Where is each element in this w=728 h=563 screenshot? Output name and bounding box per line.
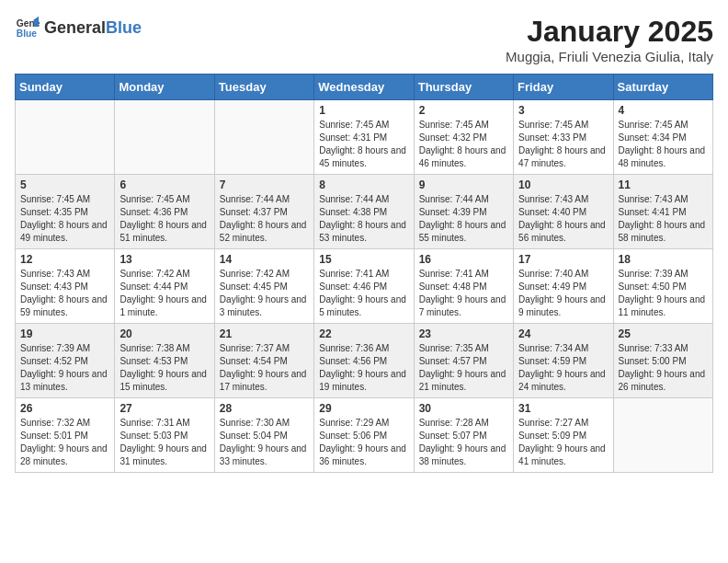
day-info: Sunrise: 7:44 AM Sunset: 4:37 PM Dayligh… (220, 193, 309, 245)
day-info: Sunrise: 7:27 AM Sunset: 5:09 PM Dayligh… (518, 417, 608, 468)
day-cell: 25Sunrise: 7:33 AM Sunset: 5:00 PM Dayli… (613, 324, 712, 398)
day-info: Sunrise: 7:33 AM Sunset: 5:00 PM Dayligh… (619, 342, 708, 394)
day-cell: 24Sunrise: 7:34 AM Sunset: 4:59 PM Dayli… (514, 324, 613, 398)
day-number: 10 (518, 178, 608, 191)
day-cell (214, 100, 313, 175)
day-info: Sunrise: 7:45 AM Sunset: 4:32 PM Dayligh… (419, 119, 508, 170)
day-cell: 4Sunrise: 7:45 AM Sunset: 4:34 PM Daylig… (613, 100, 712, 175)
day-info: Sunrise: 7:43 AM Sunset: 4:43 PM Dayligh… (20, 268, 109, 319)
day-number: 4 (619, 104, 708, 117)
day-number: 2 (419, 104, 508, 117)
day-cell: 23Sunrise: 7:35 AM Sunset: 4:57 PM Dayli… (414, 324, 513, 398)
day-cell: 8Sunrise: 7:44 AM Sunset: 4:38 PM Daylig… (314, 175, 414, 249)
header: General Blue GeneralBlue January 2025 Mu… (15, 15, 713, 64)
day-cell: 9Sunrise: 7:44 AM Sunset: 4:39 PM Daylig… (414, 175, 513, 249)
day-cell (16, 100, 115, 175)
day-cell: 20Sunrise: 7:38 AM Sunset: 4:53 PM Dayli… (115, 324, 214, 398)
weekday-header-wednesday: Wednesday (314, 75, 414, 100)
day-number: 3 (518, 104, 608, 117)
day-info: Sunrise: 7:38 AM Sunset: 4:53 PM Dayligh… (119, 342, 209, 394)
day-number: 6 (119, 178, 209, 191)
day-cell (115, 100, 214, 175)
day-info: Sunrise: 7:43 AM Sunset: 4:40 PM Dayligh… (518, 193, 608, 245)
weekday-header-tuesday: Tuesday (214, 75, 313, 100)
weekday-header-friday: Friday (514, 75, 613, 100)
day-info: Sunrise: 7:45 AM Sunset: 4:31 PM Dayligh… (319, 119, 408, 170)
day-info: Sunrise: 7:45 AM Sunset: 4:36 PM Dayligh… (119, 193, 209, 245)
day-info: Sunrise: 7:32 AM Sunset: 5:01 PM Dayligh… (20, 417, 109, 468)
day-number: 8 (319, 178, 408, 191)
day-number: 1 (319, 104, 408, 117)
weekday-header-saturday: Saturday (613, 75, 712, 100)
logo: General Blue GeneralBlue (15, 15, 142, 40)
day-cell: 18Sunrise: 7:39 AM Sunset: 4:50 PM Dayli… (613, 249, 712, 324)
day-number: 29 (319, 402, 408, 415)
day-cell: 16Sunrise: 7:41 AM Sunset: 4:48 PM Dayli… (414, 249, 513, 324)
day-number: 11 (619, 178, 708, 191)
day-info: Sunrise: 7:45 AM Sunset: 4:35 PM Dayligh… (20, 193, 109, 245)
day-cell: 29Sunrise: 7:29 AM Sunset: 5:06 PM Dayli… (314, 398, 414, 473)
day-info: Sunrise: 7:30 AM Sunset: 5:04 PM Dayligh… (220, 417, 309, 468)
day-cell: 12Sunrise: 7:43 AM Sunset: 4:43 PM Dayli… (16, 249, 115, 324)
day-info: Sunrise: 7:44 AM Sunset: 4:38 PM Dayligh… (319, 193, 408, 245)
subtitle: Muggia, Friuli Venezia Giulia, Italy (506, 49, 713, 64)
weekday-header-monday: Monday (115, 75, 214, 100)
day-info: Sunrise: 7:28 AM Sunset: 5:07 PM Dayligh… (419, 417, 508, 468)
day-number: 27 (119, 402, 209, 415)
day-cell: 27Sunrise: 7:31 AM Sunset: 5:03 PM Dayli… (115, 398, 214, 473)
week-row-5: 26Sunrise: 7:32 AM Sunset: 5:01 PM Dayli… (16, 398, 713, 473)
day-info: Sunrise: 7:35 AM Sunset: 4:57 PM Dayligh… (419, 342, 508, 394)
day-number: 22 (319, 327, 408, 340)
day-number: 23 (419, 327, 508, 340)
day-cell: 14Sunrise: 7:42 AM Sunset: 4:45 PM Dayli… (214, 249, 313, 324)
day-cell: 31Sunrise: 7:27 AM Sunset: 5:09 PM Dayli… (514, 398, 613, 473)
week-row-2: 5Sunrise: 7:45 AM Sunset: 4:35 PM Daylig… (16, 175, 713, 249)
day-number: 15 (319, 253, 408, 266)
day-info: Sunrise: 7:39 AM Sunset: 4:52 PM Dayligh… (20, 342, 109, 394)
day-cell: 2Sunrise: 7:45 AM Sunset: 4:32 PM Daylig… (414, 100, 513, 175)
day-number: 28 (220, 402, 309, 415)
day-number: 9 (419, 178, 508, 191)
day-cell: 17Sunrise: 7:40 AM Sunset: 4:49 PM Dayli… (514, 249, 613, 324)
logo-general-text: GeneralBlue (44, 18, 142, 38)
day-cell: 22Sunrise: 7:36 AM Sunset: 4:56 PM Dayli… (314, 324, 414, 398)
day-number: 20 (119, 327, 209, 340)
day-info: Sunrise: 7:44 AM Sunset: 4:39 PM Dayligh… (419, 193, 508, 245)
day-cell: 10Sunrise: 7:43 AM Sunset: 4:40 PM Dayli… (514, 175, 613, 249)
day-number: 30 (419, 402, 508, 415)
day-cell: 5Sunrise: 7:45 AM Sunset: 4:35 PM Daylig… (16, 175, 115, 249)
day-number: 31 (518, 402, 608, 415)
title-area: January 2025 Muggia, Friuli Venezia Giul… (506, 15, 713, 64)
week-row-3: 12Sunrise: 7:43 AM Sunset: 4:43 PM Dayli… (16, 249, 713, 324)
calendar: SundayMondayTuesdayWednesdayThursdayFrid… (15, 74, 713, 473)
day-number: 7 (220, 178, 309, 191)
day-info: Sunrise: 7:29 AM Sunset: 5:06 PM Dayligh… (319, 417, 408, 468)
day-number: 24 (518, 327, 608, 340)
day-cell: 19Sunrise: 7:39 AM Sunset: 4:52 PM Dayli… (16, 324, 115, 398)
day-number: 19 (20, 327, 109, 340)
day-info: Sunrise: 7:45 AM Sunset: 4:34 PM Dayligh… (619, 119, 708, 170)
day-cell: 7Sunrise: 7:44 AM Sunset: 4:37 PM Daylig… (214, 175, 313, 249)
day-cell: 28Sunrise: 7:30 AM Sunset: 5:04 PM Dayli… (214, 398, 313, 473)
day-info: Sunrise: 7:36 AM Sunset: 4:56 PM Dayligh… (319, 342, 408, 394)
day-cell: 30Sunrise: 7:28 AM Sunset: 5:07 PM Dayli… (414, 398, 513, 473)
logo-icon: General Blue (15, 15, 40, 40)
svg-text:Blue: Blue (17, 29, 38, 39)
day-info: Sunrise: 7:37 AM Sunset: 4:54 PM Dayligh… (220, 342, 309, 394)
day-cell: 6Sunrise: 7:45 AM Sunset: 4:36 PM Daylig… (115, 175, 214, 249)
day-cell (613, 398, 712, 473)
day-cell: 11Sunrise: 7:43 AM Sunset: 4:41 PM Dayli… (613, 175, 712, 249)
day-info: Sunrise: 7:41 AM Sunset: 4:46 PM Dayligh… (319, 268, 408, 319)
day-number: 25 (619, 327, 708, 340)
day-info: Sunrise: 7:45 AM Sunset: 4:33 PM Dayligh… (518, 119, 608, 170)
day-info: Sunrise: 7:31 AM Sunset: 5:03 PM Dayligh… (119, 417, 209, 468)
week-row-1: 1Sunrise: 7:45 AM Sunset: 4:31 PM Daylig… (16, 100, 713, 175)
day-info: Sunrise: 7:42 AM Sunset: 4:45 PM Dayligh… (220, 268, 309, 319)
day-number: 18 (619, 253, 708, 266)
day-info: Sunrise: 7:41 AM Sunset: 4:48 PM Dayligh… (419, 268, 508, 319)
day-number: 16 (419, 253, 508, 266)
day-cell: 26Sunrise: 7:32 AM Sunset: 5:01 PM Dayli… (16, 398, 115, 473)
weekday-header-sunday: Sunday (16, 75, 115, 100)
day-cell: 21Sunrise: 7:37 AM Sunset: 4:54 PM Dayli… (214, 324, 313, 398)
day-number: 14 (220, 253, 309, 266)
